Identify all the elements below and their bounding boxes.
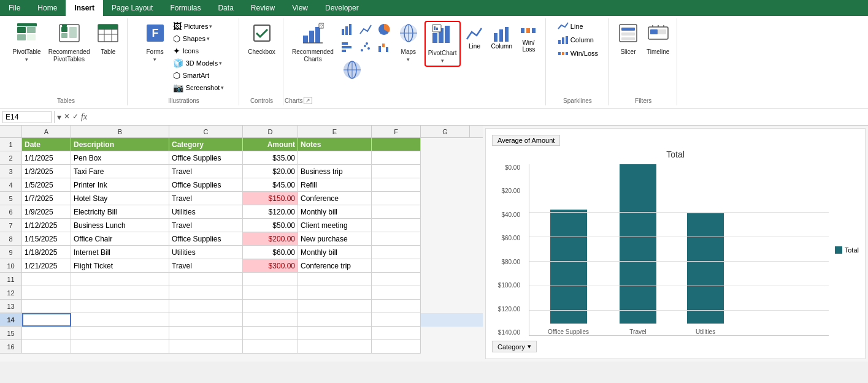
tab-view[interactable]: View xyxy=(283,0,317,16)
cell-d13[interactable] xyxy=(243,300,298,313)
table-button[interactable]: Table xyxy=(94,21,121,57)
cell-f14[interactable] xyxy=(372,313,421,327)
cell-a11[interactable] xyxy=(22,273,71,286)
cell-b13[interactable] xyxy=(71,300,169,313)
timeline-button[interactable]: Timeline xyxy=(644,21,672,57)
cell-e15[interactable] xyxy=(298,327,372,340)
cell-b8[interactable]: Office Chair xyxy=(71,232,169,246)
col-header-b[interactable]: B xyxy=(71,126,169,138)
pictures-button[interactable]: 🖼 Pictures ▾ xyxy=(171,21,226,32)
col-header-f[interactable]: F xyxy=(372,126,421,138)
cell-f1[interactable] xyxy=(372,138,421,151)
cancel-icon[interactable]: ✕ xyxy=(64,112,70,122)
pie-chart-small-button[interactable] xyxy=(375,21,393,38)
cell-e7[interactable]: Client meeting xyxy=(298,219,372,232)
cell-a16[interactable] xyxy=(22,340,71,354)
cell-c6[interactable]: Utilities xyxy=(169,205,243,219)
forms-button[interactable]: F Forms▾ xyxy=(142,21,169,64)
cell-a1[interactable]: Date xyxy=(22,138,71,151)
tab-developer[interactable]: Developer xyxy=(317,0,367,16)
chart-category-filter[interactable]: Category ▾ xyxy=(492,341,537,352)
cell-d2[interactable]: $35.00 xyxy=(243,151,298,165)
winloss-button[interactable]: Win/Loss xyxy=(517,21,540,54)
cell-e10[interactable]: Conference trip xyxy=(298,259,372,273)
cell-b10[interactable]: Flight Ticket xyxy=(71,259,169,273)
cell-c11[interactable] xyxy=(169,273,243,286)
cell-e14[interactable] xyxy=(298,313,372,327)
cell-f10[interactable] xyxy=(372,259,421,273)
cell-e9[interactable]: Monthly bill xyxy=(298,246,372,259)
cell-d15[interactable] xyxy=(243,327,298,340)
cell-f5[interactable] xyxy=(372,192,421,205)
bar-chart-small-button[interactable] xyxy=(339,39,356,56)
cell-f16[interactable] xyxy=(372,340,421,354)
col-header-e[interactable]: E xyxy=(298,126,372,138)
cell-f15[interactable] xyxy=(372,327,421,340)
sparkline-winloss-button[interactable]: Win/Loss xyxy=(555,48,600,59)
cell-d6[interactable]: $120.00 xyxy=(243,205,298,219)
cell-e11[interactable] xyxy=(298,273,372,286)
cell-f4[interactable] xyxy=(372,178,421,192)
pivottable-button[interactable]: PivotTable▾ xyxy=(10,21,44,64)
cell-b4[interactable]: Printer Ink xyxy=(71,178,169,192)
cell-a15[interactable] xyxy=(22,327,71,340)
pivotchart-button[interactable]: PivotChart▾ xyxy=(424,21,461,67)
cell-e2[interactable] xyxy=(298,151,372,165)
cell-a8[interactable]: 1/15/2025 xyxy=(22,232,71,246)
waterfall-chart-small-button[interactable] xyxy=(375,39,393,56)
cell-f6[interactable] xyxy=(372,205,421,219)
cell-c4[interactable]: Office Supplies xyxy=(169,178,243,192)
cell-a13[interactable] xyxy=(22,300,71,313)
line-chart-small-button[interactable] xyxy=(357,21,374,38)
cell-e12[interactable] xyxy=(298,286,372,300)
cell-a6[interactable]: 1/9/2025 xyxy=(22,205,71,219)
cell-d3[interactable]: $20.00 xyxy=(243,165,298,178)
cell-d11[interactable] xyxy=(243,273,298,286)
cell-f11[interactable] xyxy=(372,273,421,286)
confirm-icon[interactable]: ✓ xyxy=(72,112,79,122)
cell-f12[interactable] xyxy=(372,286,421,300)
icons-button[interactable]: ✦ Icons xyxy=(171,45,226,56)
tab-review[interactable]: Review xyxy=(242,0,283,16)
col-header-g[interactable]: G xyxy=(421,126,470,138)
cell-d1[interactable]: Amount xyxy=(243,138,298,151)
col-header-h[interactable]: H xyxy=(470,126,483,138)
cell-d16[interactable] xyxy=(243,340,298,354)
cell-a2[interactable]: 1/1/2025 xyxy=(22,151,71,165)
cell-a3[interactable]: 1/3/2025 xyxy=(22,165,71,178)
charts-dialog-launcher[interactable]: ↗ xyxy=(304,97,312,104)
shapes-button[interactable]: ⬡ Shapes ▾ xyxy=(171,33,226,44)
cell-a5[interactable]: 1/7/2025 xyxy=(22,192,71,205)
cell-f9[interactable] xyxy=(372,246,421,259)
cell-c2[interactable]: Office Supplies xyxy=(169,151,243,165)
cell-b11[interactable] xyxy=(71,273,169,286)
cell-b3[interactable]: Taxi Fare xyxy=(71,165,169,178)
cell-a9[interactable]: 1/18/2025 xyxy=(22,246,71,259)
checkbox-button[interactable]: Checkbox xyxy=(245,21,277,57)
bar-group-utilities[interactable]: Utilities xyxy=(687,213,724,335)
cell-c15[interactable] xyxy=(169,327,243,340)
cell-d14[interactable] xyxy=(243,313,298,327)
cell-c16[interactable] xyxy=(169,340,243,354)
tab-file[interactable]: File xyxy=(0,0,29,16)
cell-e4[interactable]: Refill xyxy=(298,178,372,192)
expand-icon[interactable]: ▾ xyxy=(57,112,61,122)
tab-insert[interactable]: Insert xyxy=(66,0,103,16)
tab-data[interactable]: Data xyxy=(209,0,242,16)
cell-e8[interactable]: New purchase xyxy=(298,232,372,246)
cell-b5[interactable]: Hotel Stay xyxy=(71,192,169,205)
cell-f7[interactable] xyxy=(372,219,421,232)
cell-e13[interactable] xyxy=(298,300,372,313)
cell-f13[interactable] xyxy=(372,300,421,313)
cell-c10[interactable]: Travel xyxy=(169,259,243,273)
cell-e6[interactable]: Monthly bill xyxy=(298,205,372,219)
cell-b2[interactable]: Pen Box xyxy=(71,151,169,165)
cell-b14[interactable] xyxy=(71,313,169,327)
cell-d9[interactable]: $60.00 xyxy=(243,246,298,259)
cell-b9[interactable]: Internet Bill xyxy=(71,246,169,259)
cell-f3[interactable] xyxy=(372,165,421,178)
cell-a14[interactable] xyxy=(22,313,71,327)
cell-a7[interactable]: 1/12/2025 xyxy=(22,219,71,232)
cell-c7[interactable]: Travel xyxy=(169,219,243,232)
bar-group-office-supplies[interactable]: Office Supplies xyxy=(548,210,589,335)
